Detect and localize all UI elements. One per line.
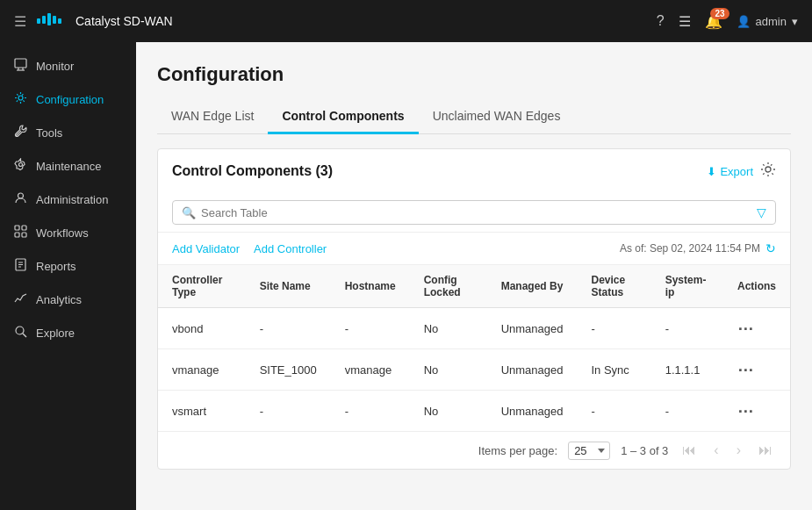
- svg-rect-14: [15, 233, 19, 237]
- per-page-select[interactable]: 25 10 50 100: [568, 442, 610, 460]
- maintenance-icon: [14, 158, 27, 174]
- notification-bell[interactable]: 🔔 23: [705, 13, 722, 30]
- table-cell: No: [410, 391, 487, 432]
- add-validator-button[interactable]: Add Validator: [172, 242, 240, 255]
- app-name: Catalyst SD-WAN: [75, 14, 173, 28]
- sidebar-label-reports: Reports: [36, 260, 76, 273]
- table-cell: -: [331, 391, 410, 432]
- table-cell: -: [577, 391, 650, 432]
- svg-rect-3: [53, 16, 56, 24]
- next-page-button[interactable]: ›: [733, 441, 744, 460]
- user-icon: 👤: [737, 15, 751, 28]
- filter-icon[interactable]: ▽: [757, 205, 766, 219]
- sidebar-item-analytics[interactable]: Analytics: [0, 283, 136, 316]
- administration-icon: [14, 191, 27, 207]
- export-button[interactable]: ⬇ Export: [707, 165, 753, 178]
- sidebar-label-configuration: Configuration: [36, 93, 104, 106]
- table-cell: -: [651, 391, 723, 432]
- export-icon: ⬇: [707, 165, 716, 178]
- table-cell: vbond: [158, 308, 246, 349]
- svg-rect-4: [58, 18, 61, 24]
- actions-cell[interactable]: ⋯: [723, 391, 790, 432]
- table-cell: vmanage: [331, 349, 410, 391]
- svg-rect-1: [42, 16, 46, 24]
- first-page-button[interactable]: ⏮: [679, 441, 700, 460]
- page-info: 1 – 3 of 3: [621, 444, 668, 457]
- content-area: Configuration WAN Edge List Control Comp…: [136, 42, 812, 510]
- pagination: Items per page: 25 10 50 100 1 – 3 of 3 …: [158, 431, 790, 469]
- sidebar-label-analytics: Analytics: [36, 293, 82, 306]
- tab-unclaimed-wan-edges[interactable]: Unclaimed WAN Edges: [419, 100, 575, 134]
- sidebar-label-workflows: Workflows: [36, 226, 89, 240]
- table-cell: In Sync: [577, 349, 650, 391]
- table-row: vmanageSITE_1000vmanageNoUnmanagedIn Syn…: [158, 349, 790, 391]
- sidebar-item-maintenance[interactable]: Maintenance: [0, 149, 136, 183]
- tab-control-components[interactable]: Control Components: [268, 100, 418, 134]
- col-hostname: Hostname: [331, 265, 410, 308]
- table-header: Control Components (3) ⬇ Export: [158, 149, 790, 193]
- list-icon[interactable]: ☰: [679, 13, 691, 30]
- hamburger-icon[interactable]: ☰: [14, 13, 26, 30]
- table-cell: vmanage: [158, 349, 246, 391]
- table-card: Control Components (3) ⬇ Export: [157, 148, 791, 470]
- svg-point-9: [18, 96, 23, 100]
- svg-line-21: [23, 334, 26, 337]
- page-title: Configuration: [157, 63, 791, 86]
- sidebar-item-reports[interactable]: Reports: [0, 249, 136, 283]
- prev-page-button[interactable]: ‹: [710, 441, 722, 460]
- col-config-locked: Config Locked: [410, 265, 487, 308]
- table-cell: vsmart: [158, 391, 246, 432]
- sidebar-item-tools[interactable]: Tools: [0, 116, 136, 149]
- action-links: Add Validator Add Controller: [172, 242, 327, 255]
- svg-point-11: [18, 193, 24, 198]
- cisco-logo: [37, 13, 68, 29]
- sidebar-item-explore[interactable]: Explore: [0, 316, 136, 349]
- last-page-button[interactable]: ⏭: [755, 441, 776, 460]
- add-controller-button[interactable]: Add Controller: [254, 242, 327, 255]
- sidebar-label-administration: Administration: [36, 193, 108, 206]
- explore-icon: [14, 325, 27, 341]
- col-managed-by: Managed By: [487, 265, 578, 308]
- notification-count: 23: [710, 8, 729, 19]
- svg-rect-2: [47, 13, 51, 25]
- sidebar-item-administration[interactable]: Administration: [0, 183, 136, 216]
- table-settings-button[interactable]: [760, 162, 776, 181]
- table-cell: Unmanaged: [487, 349, 578, 391]
- refresh-icon[interactable]: ↻: [765, 241, 776, 255]
- search-input-wrapper: 🔍 ▽: [172, 200, 776, 225]
- search-input[interactable]: [201, 206, 750, 219]
- navbar-icons: ? ☰ 🔔 23 👤 admin ▾: [657, 13, 798, 30]
- svg-rect-13: [22, 226, 26, 230]
- navbar: ☰ Catalyst SD-WAN ? ☰ 🔔 23 👤 admin ▾: [0, 0, 812, 42]
- main-layout: Monitor Configuration Tools Maintenance …: [0, 42, 812, 510]
- chevron-down-icon: ▾: [792, 15, 798, 28]
- sidebar-item-monitor[interactable]: Monitor: [0, 49, 136, 83]
- search-bar: 🔍 ▽: [158, 193, 790, 233]
- sidebar-item-workflows[interactable]: Workflows: [0, 216, 136, 249]
- col-system-ip: System-ip: [651, 265, 723, 308]
- items-per-page-label: Items per page:: [478, 444, 557, 457]
- sidebar-label-maintenance: Maintenance: [36, 160, 101, 173]
- actions-cell[interactable]: ⋯: [723, 308, 790, 349]
- table-cell: -: [577, 308, 650, 349]
- tools-icon: [14, 125, 27, 140]
- sidebar-item-configuration[interactable]: Configuration: [0, 83, 136, 116]
- table-cell: 1.1.1.1: [651, 349, 723, 391]
- table-cell: No: [410, 349, 487, 391]
- table-cell: No: [410, 308, 487, 349]
- table-header-row: Controller Type Site Name Hostname Confi…: [158, 265, 790, 308]
- action-bar: Add Validator Add Controller As of: Sep …: [158, 233, 790, 265]
- table-title: Control Components (3): [172, 163, 333, 179]
- help-icon[interactable]: ?: [657, 13, 665, 29]
- table-cell: Unmanaged: [487, 308, 578, 349]
- header-right-actions: ⬇ Export: [707, 162, 776, 181]
- timestamp-section: As of: Sep 02, 2024 11:54 PM ↻: [620, 241, 776, 255]
- col-device-status: Device Status: [577, 265, 650, 308]
- reports-icon: [14, 258, 27, 274]
- table-cell: -: [651, 308, 723, 349]
- table-cell: -: [331, 308, 410, 349]
- actions-cell[interactable]: ⋯: [723, 349, 790, 391]
- admin-section[interactable]: 👤 admin ▾: [737, 15, 798, 28]
- table-cell: -: [246, 391, 331, 432]
- tab-wan-edge-list[interactable]: WAN Edge List: [157, 100, 268, 134]
